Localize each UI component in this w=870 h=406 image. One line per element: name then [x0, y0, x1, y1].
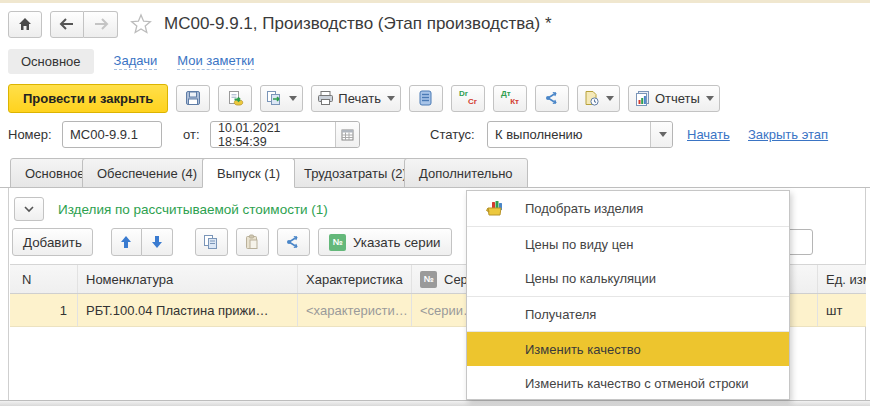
share-structure-icon: [544, 90, 560, 106]
save-button[interactable]: [176, 85, 210, 112]
series-number-icon: №: [420, 271, 437, 288]
status-value: К выполнению: [488, 127, 650, 142]
chevron-down-icon: [23, 205, 35, 213]
menu-item-prices-by-calc[interactable]: Цены по калькуляции: [467, 261, 789, 296]
menu-item-label: Изменить качество с отменой строки: [525, 376, 749, 391]
status-select[interactable]: К выполнению: [487, 121, 673, 148]
chevron-down-icon: [706, 96, 714, 101]
post-document-icon: [227, 90, 244, 106]
section-header: Изделия по рассчитываемой стоимости (1): [14, 197, 328, 221]
number-input[interactable]: [62, 121, 162, 148]
collapse-section-button[interactable]: [14, 197, 44, 221]
date-from-label: от:: [183, 127, 200, 142]
menu-item-prices-by-type[interactable]: Цены по виду цен: [467, 226, 789, 261]
register-records-button[interactable]: [409, 85, 443, 112]
copy-row-button[interactable]: [195, 228, 228, 256]
copy-document-icon: [266, 90, 283, 106]
column-header-characteristic[interactable]: Характеристика: [298, 265, 412, 293]
chevron-down-icon: [387, 96, 395, 101]
app-window: МС00-9.9.1, Производство (Этап производс…: [0, 0, 870, 406]
column-header-unit[interactable]: Ед. изм.: [818, 265, 866, 293]
chevron-down-icon: [659, 132, 667, 137]
dt-kt-icon: ДтКт: [501, 89, 519, 107]
share-structure-icon: [285, 234, 301, 250]
menu-item-label: Подобрать изделия: [525, 201, 643, 216]
tab-additional[interactable]: Дополнительно: [404, 158, 528, 188]
cell-characteristic: <характеристи…: [298, 294, 412, 326]
structure-links-button[interactable]: [535, 85, 569, 112]
menu-item-label: Цены по виду цен: [525, 237, 633, 252]
move-down-button[interactable]: [142, 228, 173, 256]
reports-button[interactable]: Отчеты: [628, 85, 720, 112]
print-button-label: Печать: [338, 91, 381, 106]
series-number-icon: №: [329, 234, 346, 251]
document-clock-icon: [583, 90, 600, 106]
calendar-icon: [341, 128, 354, 141]
print-button[interactable]: Печать: [311, 85, 401, 112]
post-and-close-button[interactable]: Провести и закрыть: [8, 84, 168, 113]
tab-output[interactable]: Выпуск (1): [202, 158, 295, 188]
chevron-down-icon: [606, 96, 614, 101]
calendar-button[interactable]: [335, 122, 359, 147]
post-document-button[interactable]: [218, 85, 252, 112]
column-header-nomenclature[interactable]: Номенклатура: [78, 265, 298, 293]
menu-item-change-quality[interactable]: Изменить качество: [467, 331, 789, 366]
menu-item-change-quality-cancel-row[interactable]: Изменить качество с отменой строки: [467, 366, 789, 401]
document-history-button[interactable]: [577, 85, 620, 112]
arrow-down-icon: [150, 235, 164, 249]
nav-item-tasks[interactable]: Задачи: [114, 53, 158, 70]
add-row-button[interactable]: Добавить: [12, 228, 93, 256]
cell-nomenclature: РБТ.100.04 Пластина прижи…: [78, 294, 298, 326]
chevron-down-icon: [289, 96, 297, 101]
status-dropdown-button[interactable]: [650, 122, 672, 147]
nav-item-notes[interactable]: Мои заметки: [177, 53, 254, 70]
copy-document-button[interactable]: [260, 85, 303, 112]
section-title: Изделия по рассчитываемой стоимости (1): [58, 202, 328, 217]
datetime-input[interactable]: 10.01.2021 18:54:39: [210, 121, 360, 148]
set-series-label: Указать серии: [353, 235, 441, 250]
cell-row-number: 1: [10, 294, 78, 326]
paste-icon: [244, 234, 260, 250]
dr-cr-button[interactable]: DrCr: [451, 85, 485, 112]
favorite-star-button[interactable]: [130, 13, 152, 35]
back-button[interactable]: [50, 11, 84, 38]
close-stage-link[interactable]: Закрыть этап: [748, 127, 828, 142]
history-nav-group: [50, 11, 118, 38]
column-header-n[interactable]: N: [10, 265, 78, 293]
menu-item-pick-products[interactable]: Подобрать изделия: [467, 191, 789, 226]
home-icon: [17, 16, 33, 32]
title-bar: МС00-9.9.1, Производство (Этап производс…: [8, 10, 552, 38]
menu-item-label: Изменить качество: [525, 342, 641, 357]
paste-row-button[interactable]: [236, 228, 269, 256]
move-up-button[interactable]: [111, 228, 142, 256]
menu-item-label: Цены по калькуляции: [525, 271, 656, 286]
pick-products-icon: [485, 199, 505, 217]
window-top-edge: [0, 0, 870, 3]
menu-item-receiver[interactable]: Получателя: [467, 296, 789, 331]
tab-labor[interactable]: Трудозатраты (2): [289, 158, 422, 188]
table-toolbar: Добавить: [12, 228, 452, 256]
row-structure-button[interactable]: [277, 228, 310, 256]
printer-icon: [317, 90, 334, 106]
move-row-group: [111, 228, 173, 256]
status-label: Статус:: [430, 127, 475, 142]
register-list-icon: [418, 90, 433, 106]
tab-supply[interactable]: Обеспечение (4): [82, 158, 212, 188]
datetime-value: 10.01.2021 18:54:39: [211, 121, 335, 149]
document-tab-strip: Основное Обеспечение (4) Выпуск (1) Труд…: [0, 158, 870, 188]
command-bar: Провести и закрыть: [8, 84, 720, 112]
set-series-button[interactable]: № Указать серии: [318, 228, 452, 256]
favorite-star-icon: [130, 13, 152, 35]
context-menu: Подобрать изделия Цены по виду цен Цены …: [466, 190, 790, 400]
forward-arrow-icon: [93, 18, 109, 30]
dr-cr-icon: DrCr: [459, 89, 477, 107]
start-link[interactable]: Начать: [687, 127, 730, 142]
dt-kt-button[interactable]: ДтКт: [493, 85, 527, 112]
forward-button[interactable]: [84, 11, 118, 38]
page-title: МС00-9.9.1, Производство (Этап производс…: [164, 14, 552, 34]
home-button[interactable]: [8, 11, 42, 38]
back-arrow-icon: [59, 18, 75, 30]
cell-unit: шт: [818, 294, 866, 326]
nav-links-row: Основное Задачи Мои заметки: [8, 48, 254, 74]
nav-item-main[interactable]: Основное: [8, 49, 94, 74]
